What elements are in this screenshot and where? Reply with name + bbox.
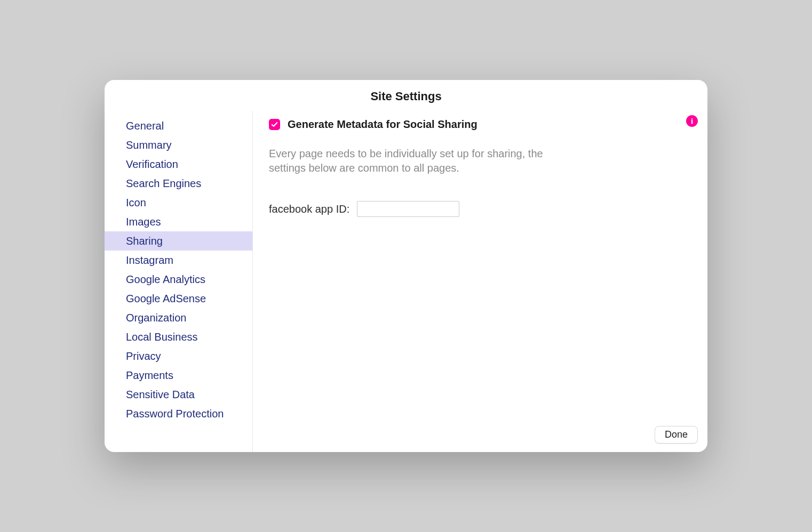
generate-metadata-checkbox[interactable] bbox=[269, 119, 280, 130]
sidebar-item-label: Sensitive Data bbox=[126, 389, 195, 400]
sidebar-item-images[interactable]: Images bbox=[105, 212, 252, 231]
sidebar-item-organization[interactable]: Organization bbox=[105, 308, 252, 327]
sidebar-item-label: General bbox=[126, 120, 164, 132]
sidebar-item-label: Search Engines bbox=[126, 178, 201, 189]
sidebar-item-label: Local Business bbox=[126, 331, 198, 343]
generate-metadata-row: Generate Metadata for Social Sharing bbox=[269, 118, 691, 131]
checkmark-icon bbox=[270, 120, 278, 128]
info-icon[interactable]: i bbox=[686, 115, 698, 127]
sidebar-item-general[interactable]: General bbox=[105, 116, 252, 135]
sidebar-item-label: Verification bbox=[126, 158, 178, 170]
sidebar-item-label: Payments bbox=[126, 369, 173, 381]
facebook-app-id-input[interactable] bbox=[357, 201, 459, 217]
dialog-title: Site Settings bbox=[105, 80, 707, 111]
sharing-description: Every page needs to be individually set … bbox=[269, 147, 546, 175]
sidebar-item-search-engines[interactable]: Search Engines bbox=[105, 174, 252, 193]
done-button[interactable]: Done bbox=[655, 426, 698, 444]
sidebar-item-google-analytics[interactable]: Google Analytics bbox=[105, 270, 252, 289]
sidebar-item-icon[interactable]: Icon bbox=[105, 193, 252, 212]
sidebar-item-sensitive-data[interactable]: Sensitive Data bbox=[105, 385, 252, 404]
sidebar-item-password-protection[interactable]: Password Protection bbox=[105, 404, 252, 423]
sidebar-item-label: Google AdSense bbox=[126, 293, 206, 304]
sidebar-item-privacy[interactable]: Privacy bbox=[105, 346, 252, 366]
sidebar: General Summary Verification Search Engi… bbox=[105, 111, 253, 452]
sidebar-item-payments[interactable]: Payments bbox=[105, 366, 252, 385]
facebook-app-id-row: facebook app ID: bbox=[269, 201, 691, 217]
generate-metadata-label: Generate Metadata for Social Sharing bbox=[288, 118, 477, 131]
sidebar-item-label: Privacy bbox=[126, 350, 161, 362]
sidebar-item-label: Instagram bbox=[126, 254, 173, 266]
sidebar-item-google-adsense[interactable]: Google AdSense bbox=[105, 289, 252, 308]
sidebar-item-label: Sharing bbox=[126, 235, 163, 247]
dialog-body: General Summary Verification Search Engi… bbox=[105, 111, 707, 452]
facebook-app-id-label: facebook app ID: bbox=[269, 203, 349, 215]
done-button-label: Done bbox=[665, 429, 688, 440]
site-settings-dialog: Site Settings General Summary Verificati… bbox=[105, 80, 707, 452]
sidebar-item-label: Google Analytics bbox=[126, 273, 205, 285]
sidebar-item-summary[interactable]: Summary bbox=[105, 135, 252, 155]
sidebar-item-local-business[interactable]: Local Business bbox=[105, 327, 252, 346]
sidebar-item-label: Images bbox=[126, 216, 161, 228]
sidebar-item-label: Icon bbox=[126, 197, 146, 208]
sidebar-item-label: Organization bbox=[126, 312, 186, 324]
content-pane: i Generate Metadata for Social Sharing E… bbox=[253, 111, 707, 452]
sidebar-item-label: Summary bbox=[126, 139, 172, 151]
sidebar-item-label: Password Protection bbox=[126, 408, 224, 420]
sidebar-item-verification[interactable]: Verification bbox=[105, 155, 252, 174]
sidebar-item-instagram[interactable]: Instagram bbox=[105, 251, 252, 270]
sidebar-item-sharing[interactable]: Sharing bbox=[105, 231, 252, 251]
